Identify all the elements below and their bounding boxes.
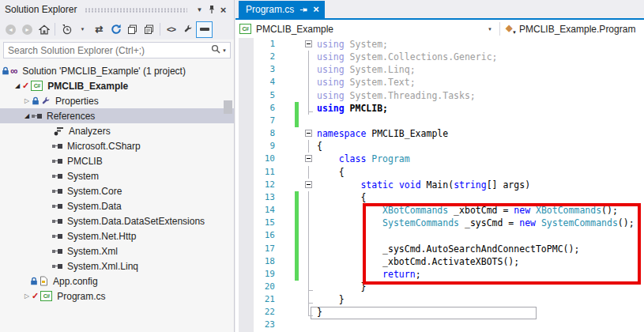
outlining-margin	[301, 38, 317, 51]
track-changes-margin	[275, 179, 301, 191]
tree-item-analyzers[interactable]: Analyzers	[0, 123, 234, 138]
collapse-toggle-icon[interactable]	[305, 155, 312, 162]
checked-out-icon: ✓	[22, 81, 29, 91]
close-icon[interactable]: ×	[217, 3, 229, 16]
properties-button[interactable]	[179, 21, 196, 38]
sync-with-active-document-button[interactable]: ⇄	[91, 21, 107, 38]
class-icon: ◆▼	[506, 25, 516, 34]
search-icon[interactable]	[211, 44, 220, 56]
indicator-margin	[239, 127, 254, 140]
view-code-button[interactable]: <>	[163, 21, 179, 38]
collapse-all-button[interactable]	[124, 21, 141, 38]
code-text: static void Main(string[] args)	[317, 179, 644, 191]
tree-item-system-data[interactable]: System.Data	[0, 198, 234, 213]
indicator-margin	[239, 166, 254, 179]
csharp-file-icon: C#	[40, 291, 52, 301]
code-line: 1using System;	[235, 38, 644, 51]
changed-files-filter-button[interactable]	[58, 21, 74, 38]
outlining-margin	[301, 51, 317, 63]
line-number: 22	[254, 306, 275, 319]
toolbar-separator	[55, 23, 55, 36]
code-text: class Program	[317, 153, 644, 165]
home-button[interactable]	[36, 21, 52, 38]
track-changes-margin	[275, 102, 301, 115]
tree-item-properties[interactable]: ▷Properties	[0, 93, 234, 108]
toolbar-separator	[160, 23, 160, 36]
tree-item-app-config[interactable]: App.config	[0, 274, 234, 289]
indicator-margin	[239, 204, 254, 217]
tree-item-system-xml-linq[interactable]: System.Xml.Linq	[0, 258, 234, 274]
pin-icon[interactable]	[205, 3, 217, 16]
project-dropdown[interactable]: C# PMCLIB_Example ▼	[235, 24, 499, 35]
tree-item-pmclib[interactable]: PMCLIB	[0, 153, 234, 168]
track-changes-margin	[275, 217, 301, 229]
tree-item-system-net-http[interactable]: System.Net.Http	[0, 228, 234, 243]
tab-program-cs[interactable]: Program.cs ×	[239, 1, 325, 18]
lock-icon	[30, 277, 38, 285]
checked-out-icon: ✓	[32, 291, 39, 301]
solution-tree: ∞Solution 'PMCLIB_Example' (1 project)◢✓…	[0, 63, 234, 304]
drag-grip[interactable]	[85, 8, 187, 13]
wrench-icon	[41, 96, 51, 106]
close-tab-icon[interactable]: ×	[313, 5, 319, 14]
member-dropdown[interactable]: ◆▼ PMCLIB_Example.Program	[500, 24, 635, 35]
tree-item-system-xml[interactable]: System.Xml	[0, 243, 234, 258]
tree-item-system[interactable]: System	[0, 168, 234, 183]
outlining-margin	[301, 166, 317, 179]
assembly-reference-icon	[52, 264, 62, 269]
change-bar	[295, 191, 299, 204]
tree-item-system-data-datasetextensions[interactable]: System.Data.DataSetExtensions	[0, 213, 234, 228]
code-text: namespace PMCLIB_Example	[317, 127, 644, 140]
tree-item-microsoft-csharp[interactable]: Microsoft.CSharp	[0, 138, 234, 153]
expander-closed-icon[interactable]: ▷	[22, 292, 32, 300]
code-line: 23	[235, 319, 644, 331]
line-number: 3	[254, 63, 275, 76]
tree-item-solution-pmclib-example-1-project[interactable]: ∞Solution 'PMCLIB_Example' (1 project)	[0, 63, 234, 78]
pin-tab-icon[interactable]	[299, 6, 308, 13]
window-position-menu-icon[interactable]: ▼	[194, 3, 205, 16]
track-changes-margin	[275, 306, 301, 319]
code-text: using PMCLIB;	[317, 102, 644, 115]
filter-dropdown-button[interactable]: ▼	[74, 21, 91, 38]
assembly-reference-icon	[52, 219, 62, 224]
refresh-button[interactable]	[107, 21, 124, 38]
search-options-dropdown-icon[interactable]: ▼	[222, 48, 227, 53]
forward-button[interactable]: ►	[19, 21, 36, 38]
track-changes-margin	[275, 319, 301, 331]
tree-item-pmclib-example[interactable]: ◢✓C#PMCLIB_Example	[0, 78, 234, 93]
outlining-margin	[301, 319, 317, 331]
show-all-files-button[interactable]	[141, 21, 157, 38]
indicator-margin	[239, 89, 254, 102]
tree-item-label: References	[47, 111, 95, 122]
tab-strip: Program.cs ×	[235, 0, 644, 20]
expander-open-icon[interactable]: ◢	[13, 82, 22, 89]
tree-item-label: Analyzers	[69, 126, 111, 137]
expander-open-icon[interactable]: ◢	[22, 112, 32, 119]
preview-selected-items-button[interactable]	[196, 21, 213, 38]
code-area[interactable]: 1using System;2using System.Collections.…	[235, 38, 644, 332]
scrollbar-thumb[interactable]	[224, 100, 232, 114]
outlining-margin	[301, 179, 317, 191]
tree-item-system-core[interactable]: System.Core	[0, 183, 234, 198]
track-changes-margin	[275, 51, 301, 63]
outlining-margin	[301, 243, 317, 255]
collapse-toggle-icon[interactable]	[305, 181, 312, 188]
tree-item-references[interactable]: ◢References	[0, 108, 234, 123]
indicator-margin	[239, 319, 254, 331]
line-number: 23	[254, 319, 275, 331]
line-number: 21	[254, 293, 275, 306]
track-changes-margin	[275, 268, 301, 281]
tree-item-program-cs[interactable]: ▷✓C#Program.cs	[0, 289, 234, 304]
back-button[interactable]: ◄	[2, 21, 19, 38]
solution-explorer-titlebar: Solution Explorer ▼ ×	[0, 0, 234, 19]
search-input[interactable]	[4, 45, 211, 56]
assembly-reference-icon	[52, 234, 62, 239]
collapse-toggle-icon[interactable]	[305, 130, 312, 137]
collapse-toggle-icon[interactable]	[305, 40, 312, 47]
project-dropdown-label: PMCLIB_Example	[256, 24, 333, 35]
expander-closed-icon[interactable]: ▷	[22, 97, 32, 104]
track-changes-margin	[275, 140, 301, 153]
line-number: 18	[254, 255, 275, 268]
code-line: 8namespace PMCLIB_Example	[235, 127, 644, 140]
change-bar	[295, 243, 299, 255]
